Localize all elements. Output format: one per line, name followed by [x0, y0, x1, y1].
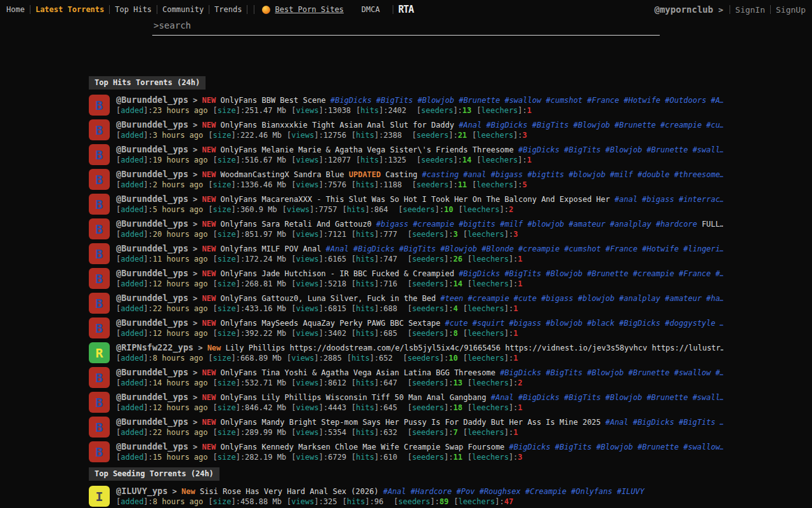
rta-logo[interactable]: RTA — [398, 4, 414, 15]
nav-item-trends[interactable]: Trends — [214, 5, 242, 14]
torrent-tag[interactable]: #interrac… — [679, 195, 723, 204]
torrent-tag[interactable]: #blowjob — [546, 319, 582, 328]
torrent-tag[interactable]: #swall… — [693, 393, 723, 402]
torrent-title[interactable]: Lily Phillips https://doodstream.com/e/l… — [226, 344, 723, 352]
torrent-title[interactable]: OnlyFans Kennedy Marksen Chloe Mae Wife … — [220, 443, 504, 451]
torrent-title[interactable]: OnlyFans MacarenaXXX - This Slut Was So … — [220, 195, 610, 204]
torrent-tag[interactable]: #cute — [445, 319, 468, 328]
torrent-title[interactable]: OnlyFans Jade Hutchison - IR BBC Fucked … — [220, 269, 454, 278]
signin-link[interactable]: SignIn — [735, 5, 765, 15]
torrent-tag[interactable]: #cu… — [706, 121, 723, 130]
torrent-tag[interactable]: #Outdoors — [665, 96, 706, 105]
torrent-title[interactable]: UPDATED — [349, 170, 381, 179]
torrent-tag[interactable]: #teen — [440, 294, 463, 303]
torrent-tag[interactable]: #Brunette — [615, 121, 656, 130]
signup-link[interactable]: SignUp — [776, 5, 806, 15]
torrent-tag[interactable]: #BigDicks — [500, 368, 541, 377]
torrent-tag[interactable]: #bigtits — [459, 220, 495, 229]
torrent-tag[interactable]: #Hotwife — [624, 96, 660, 105]
torrent-tag[interactable]: #creampie — [518, 244, 560, 253]
torrent-tag[interactable]: #Anal — [491, 393, 514, 402]
torrent-user[interactable]: @Burunddel_yps — [116, 367, 188, 377]
torrent-tag[interactable]: #Brunette — [628, 368, 669, 377]
torrent-tag[interactable]: #Blowjob — [605, 145, 642, 154]
torrent-tag[interactable]: #cumshot — [564, 244, 601, 253]
torrent-tag[interactable]: #… — [716, 269, 723, 278]
torrent-tag[interactable]: #Blowjob — [573, 121, 610, 130]
torrent-title[interactable]: OnlyFans Gattouz0, Luna Silver, Fuck in … — [220, 294, 436, 303]
torrent-tag[interactable]: #squirt — [473, 319, 505, 328]
torrent-user[interactable]: @Burunddel_yps — [116, 417, 188, 427]
torrent-tag[interactable]: #BigDicks — [619, 319, 660, 328]
torrent-tag[interactable]: #anal — [615, 195, 638, 204]
torrent-tag[interactable]: #France — [679, 269, 711, 278]
torrent-tag[interactable]: #bigass — [491, 170, 523, 179]
torrent-tag[interactable]: #analplay — [610, 220, 652, 229]
user-avatar[interactable]: B — [89, 318, 110, 338]
torrent-user[interactable]: @Burunddel_yps — [116, 293, 188, 303]
torrent-user[interactable]: @RIPNsfw222_yps — [116, 342, 193, 352]
torrent-tag[interactable]: #analplay — [619, 294, 660, 303]
torrent-tag[interactable]: #Creampie — [525, 487, 566, 496]
torrent-tag[interactable]: #BigDicks — [459, 269, 500, 278]
torrent-title[interactable]: OnlyFans Melanie Marie & Agatha Vega Sis… — [220, 145, 513, 154]
torrent-tag[interactable]: #BigTits — [555, 443, 592, 451]
torrent-tag[interactable]: #cumshot — [546, 96, 582, 105]
torrent-tag[interactable]: #Anal — [326, 244, 349, 253]
torrent-tag[interactable]: #Anal — [459, 121, 481, 130]
torrent-tag[interactable]: #BigDicks — [518, 393, 560, 402]
torrent-user[interactable]: @Burunddel_yps — [116, 218, 188, 229]
torrent-tag[interactable]: #France — [587, 96, 619, 105]
user-avatar[interactable]: B — [89, 293, 110, 314]
torrent-tag[interactable]: #hardcore — [656, 220, 697, 229]
nav-item-community[interactable]: Community — [162, 5, 204, 14]
torrent-tag[interactable]: #Blonde — [481, 244, 514, 253]
torrent-tag[interactable]: #amateur — [569, 220, 606, 229]
torrent-user[interactable]: @ILUVY_yps — [116, 486, 167, 496]
user-avatar[interactable]: B — [89, 119, 110, 140]
torrent-tag[interactable]: #swallow — [504, 96, 541, 105]
torrent-tag[interactable]: #anal — [463, 170, 486, 179]
torrent-tag[interactable]: #BigDicks — [518, 145, 560, 154]
torrent-tag[interactable]: … — [720, 319, 723, 328]
torrent-tag[interactable]: #Hotwife — [642, 244, 679, 253]
torrent-tag[interactable]: #ha… — [706, 294, 723, 303]
torrent-tag[interactable]: #blowjob — [528, 220, 565, 229]
torrent-tag[interactable]: #… — [716, 368, 723, 377]
user-avatar[interactable]: B — [89, 268, 110, 289]
torrent-title[interactable]: Sisi Rose Has Very Hard Anal Sex (2026) — [200, 487, 379, 496]
torrent-user[interactable]: @Burunddel_yps — [116, 318, 188, 328]
torrent-tag[interactable]: #BigTits — [532, 121, 569, 130]
torrent-tag[interactable]: #creampie — [413, 220, 454, 229]
torrent-user[interactable]: @Burunddel_yps — [116, 144, 188, 154]
torrent-tag[interactable]: #bigass — [376, 220, 409, 229]
dmca-link[interactable]: DMCA — [362, 5, 380, 14]
torrent-tag[interactable]: #BigTits — [546, 368, 582, 377]
torrent-tag[interactable]: #bigtits — [528, 170, 565, 179]
torrent-tag[interactable]: #BigTits — [399, 244, 436, 253]
user-avatar[interactable]: B — [89, 243, 110, 264]
torrent-title[interactable]: OnlyFans Lily Phillips Wisconsin Tiff 50… — [220, 393, 486, 402]
torrent-tag[interactable]: #Hardcore — [410, 487, 452, 496]
torrent-tag[interactable]: #bigass — [642, 195, 674, 204]
torrent-user[interactable]: @Burunddel_yps — [116, 268, 188, 278]
torrent-title[interactable]: WoodmanCastingX Sandra Blue — [220, 170, 348, 179]
torrent-tag[interactable]: #A… — [711, 96, 723, 105]
torrent-title[interactable]: Onlyfans Sara Retali And Gattouz0 — [220, 220, 371, 229]
torrent-tag[interactable]: #Blowjob — [440, 244, 477, 253]
torrent-tag[interactable]: #Brunette — [587, 269, 628, 278]
torrent-user[interactable]: @Burunddel_yps — [116, 169, 188, 179]
torrent-user[interactable]: @Burunddel_yps — [116, 119, 188, 130]
torrent-tag[interactable]: #Pov — [457, 487, 475, 496]
user-avatar[interactable]: B — [89, 194, 110, 215]
torrent-tag[interactable]: #Blowjob — [546, 269, 582, 278]
torrent-tag[interactable]: #BigDicks — [509, 443, 551, 451]
torrent-tag[interactable]: #Brunette — [638, 443, 679, 451]
torrent-title[interactable]: OnlyFans BBW Best Scene — [220, 96, 325, 105]
user-avatar[interactable]: I — [89, 486, 110, 507]
torrent-tag[interactable]: #swallow — [674, 368, 711, 377]
user-avatar[interactable]: B — [89, 218, 110, 239]
torrent-tag[interactable]: #Blowjob — [605, 393, 642, 402]
torrent-tag[interactable]: #ILUVY — [617, 487, 644, 496]
torrent-tag[interactable]: #black — [587, 319, 614, 328]
